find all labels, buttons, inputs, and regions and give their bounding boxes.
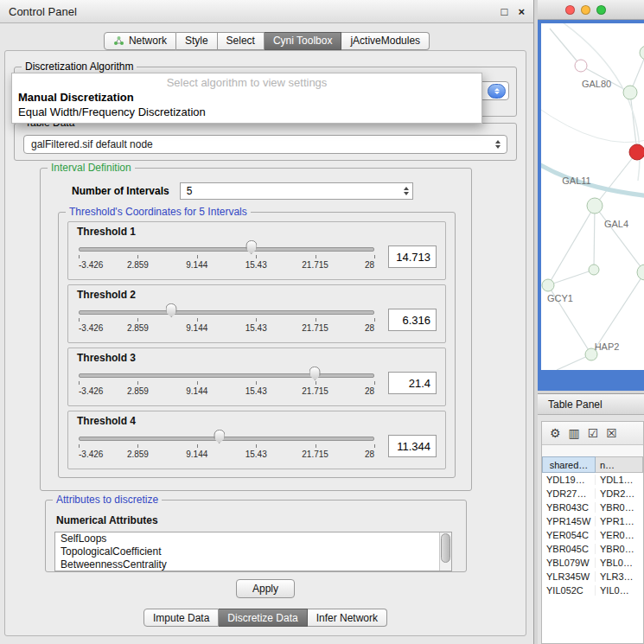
network-right-node[interactable] — [637, 265, 644, 280]
network-edge[interactable] — [557, 23, 640, 181]
column-visibility-icon[interactable]: ▥ — [569, 427, 580, 439]
network-edge[interactable] — [548, 206, 595, 285]
network-edge[interactable] — [548, 270, 594, 285]
network-gal4-node[interactable] — [587, 198, 603, 214]
close-window-icon[interactable]: × — [518, 6, 525, 17]
table-row[interactable]: YER054CYER0… — [542, 528, 643, 542]
table-cell: YDR2… — [596, 488, 643, 499]
table-row[interactable]: YBR045CYBR0… — [542, 542, 643, 556]
clear-selection-icon[interactable]: ☒ — [606, 427, 617, 439]
table-row[interactable]: YBR043CYBR0… — [542, 501, 643, 514]
scrollbar-thumb[interactable] — [441, 533, 450, 563]
numerical-attributes-list[interactable]: SelfLoopsTopologicalCoefficientBetweenne… — [54, 532, 452, 571]
slider-scale-label: 2.859 — [127, 386, 149, 396]
network-canvas[interactable]: GAL80GAL11GAL4GCY1HAP2 — [541, 23, 644, 370]
control-panel-titlebar[interactable]: Control Panel □ × — [0, 0, 533, 23]
network-window-titlebar[interactable] — [538, 0, 644, 20]
table-row[interactable]: YDR27…YDR2… — [542, 487, 643, 501]
slider-thumb[interactable] — [309, 367, 321, 380]
float-window-icon[interactable]: □ — [501, 6, 508, 17]
list-item-topologicalcoefficient[interactable]: TopologicalCoefficient — [55, 545, 451, 558]
network-edge[interactable] — [595, 206, 644, 272]
table-data-combobox[interactable]: galFiltered.sif default node — [23, 135, 507, 154]
slider-tick — [374, 381, 375, 385]
tab-style[interactable]: Style — [176, 32, 218, 50]
network-gal80-node[interactable] — [623, 86, 637, 99]
table-row[interactable]: YPR145WYPR1… — [542, 514, 643, 528]
apply-button[interactable]: Apply — [236, 579, 295, 598]
minimize-traffic-light-icon[interactable] — [581, 5, 590, 15]
slider-track[interactable] — [79, 310, 374, 315]
select-all-icon[interactable]: ☑ — [588, 427, 599, 439]
settings-gear-icon[interactable]: ⚙ — [550, 427, 561, 439]
number-of-intervals-spinner[interactable]: 5 — [180, 182, 413, 200]
table-row[interactable]: YLR345WYLR3… — [542, 570, 643, 583]
network-edge[interactable] — [550, 29, 581, 66]
tab-label: Select — [226, 35, 255, 47]
threshold-value-field[interactable]: 11.344 — [388, 435, 437, 457]
tab-cyni-toolbox[interactable]: Cyni Toolbox — [265, 32, 341, 50]
control-panel-window: Control Panel □ × NetworkStyleSelectCyni… — [0, 0, 534, 644]
tab-label: Style — [185, 35, 208, 47]
tab-infer-network[interactable]: Infer Network — [308, 609, 387, 627]
table-row[interactable]: YBL079WYBL0… — [542, 556, 643, 570]
slider-scale: -3.4262.8599.14415.4321.71528 — [79, 443, 374, 461]
spinner-arrows-icon[interactable] — [400, 187, 412, 195]
table-panel: Table Panel ⚙▥☑☒ shared… n… YDL19…YDL1…Y… — [538, 393, 644, 644]
interval-definition-title: Interval Definition — [48, 162, 135, 174]
slider-thumb[interactable] — [166, 303, 177, 317]
table-row[interactable]: YDL19…YDL1… — [542, 473, 643, 487]
threshold-value-field[interactable]: 14.713 — [388, 245, 437, 268]
network-edge[interactable] — [541, 163, 644, 196]
network-edge[interactable] — [594, 206, 595, 270]
tab-discretize-data[interactable]: Discretize Data — [219, 609, 307, 627]
network-selected-red-node[interactable] — [629, 144, 644, 160]
network-node-label-gal80: GAL80 — [582, 79, 611, 89]
tab-impute-data[interactable]: Impute Data — [143, 609, 219, 627]
network-outlined-node[interactable] — [575, 60, 587, 72]
threshold-value-field[interactable]: 21.4 — [388, 372, 437, 394]
tab-jactivemodules[interactable]: jActiveModules — [341, 32, 430, 50]
network-gcy1-node[interactable] — [542, 279, 554, 291]
slider-scale-label: -3.426 — [79, 323, 103, 333]
network-mid-node[interactable] — [589, 265, 599, 275]
network-edge[interactable] — [595, 152, 637, 206]
network-edge[interactable] — [541, 106, 644, 143]
combobox-arrows-icon — [492, 140, 504, 149]
column-header-name[interactable]: n… — [596, 456, 643, 473]
dropdown-option-equal-width-frequency-discretization[interactable]: Equal Width/Frequency Discretization — [12, 105, 481, 119]
table-data-combobox-value: galFiltered.sif default node — [31, 138, 153, 150]
slider-track[interactable] — [79, 437, 374, 441]
tab-network[interactable]: Network — [104, 32, 176, 50]
table-data-group: Table Data galFiltered.sif default node — [14, 123, 517, 161]
dropdown-option-manual-discretization[interactable]: Manual Discretization — [12, 90, 481, 105]
column-header-shared-name[interactable]: shared… — [542, 456, 596, 473]
slider-tick — [256, 444, 257, 448]
slider-scale-label: -3.426 — [79, 450, 103, 459]
slider-track[interactable] — [79, 373, 374, 378]
table-cell: YBR0… — [596, 502, 643, 513]
network-graph[interactable]: GAL80GAL11GAL4GCY1HAP2 — [541, 23, 644, 370]
list-scrollbar[interactable] — [439, 532, 451, 571]
threshold-value-field[interactable]: 6.316 — [388, 309, 437, 331]
threshold-label: Threshold 3 — [77, 352, 437, 364]
network-node-label-gal4: GAL4 — [604, 219, 628, 229]
table-row[interactable]: YIL052CYIL0… — [542, 583, 643, 597]
slider-scale-label: 9.144 — [186, 260, 207, 270]
table-panel-header[interactable]: Table Panel — [538, 393, 644, 415]
threshold-label: Threshold 1 — [77, 226, 437, 238]
slider-thumb[interactable] — [245, 240, 257, 254]
combobox-stepper-icon[interactable] — [488, 84, 506, 99]
slider-thumb[interactable] — [214, 430, 225, 443]
threshold-label: Threshold 4 — [77, 415, 437, 427]
table-cell: YBR043C — [542, 502, 596, 513]
threshold-label: Threshold 2 — [77, 289, 437, 301]
zoom-traffic-light-icon[interactable] — [596, 5, 606, 15]
slider-track[interactable] — [79, 247, 374, 252]
close-traffic-light-icon[interactable] — [565, 5, 575, 15]
slider-scale-label: 15.43 — [245, 450, 267, 459]
list-item-selfloops[interactable]: SelfLoops — [55, 532, 451, 545]
network-top-right-node[interactable] — [640, 46, 644, 60]
tab-select[interactable]: Select — [218, 32, 265, 50]
list-item-betweennesscentrality[interactable]: BetweennessCentrality — [55, 558, 451, 571]
